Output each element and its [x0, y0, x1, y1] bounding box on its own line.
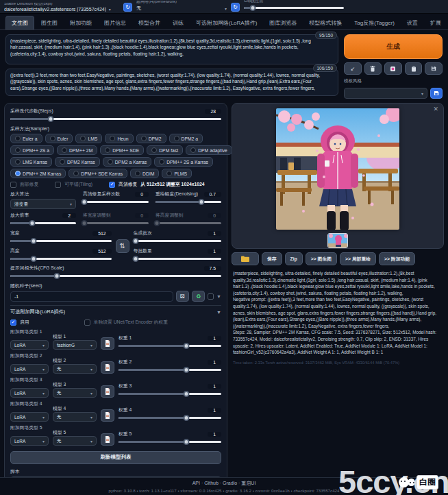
slider-knob[interactable]: [133, 238, 139, 244]
upscaler-dropdown[interactable]: 潜变量 ▾: [10, 199, 76, 209]
refresh-checkpoint-button[interactable]: ↻: [123, 3, 132, 12]
steps-value[interactable]: 28: [205, 109, 221, 114]
denoise-slider[interactable]: [155, 198, 221, 206]
sampler-option[interactable]: DPM++ SDE Karras: [69, 169, 127, 178]
tab-image-browser[interactable]: 图库浏览器: [264, 16, 302, 29]
tab-png-info[interactable]: 图片信息: [99, 16, 132, 29]
lora-model-info-button[interactable]: [101, 385, 114, 398]
height-slider[interactable]: [10, 255, 112, 263]
slider-knob[interactable]: [133, 256, 139, 262]
lora-weight-slider[interactable]: [119, 414, 221, 422]
steps-slider[interactable]: [10, 115, 221, 123]
sampler-option[interactable]: DPM++ SDE: [100, 145, 144, 155]
cfg-slider[interactable]: [10, 272, 221, 280]
slider-knob[interactable]: [29, 220, 35, 226]
lora-weight-slider[interactable]: [119, 390, 221, 398]
send-to-img2img-button[interactable]: >> 图生图: [306, 252, 337, 265]
seed-input[interactable]: [10, 291, 173, 302]
sampler-option[interactable]: LMS Karras: [10, 157, 52, 167]
tab-train[interactable]: 训练: [167, 16, 189, 29]
lora-weight-slider[interactable]: [119, 366, 221, 374]
lora-model-info-button[interactable]: [101, 337, 114, 350]
refresh-hypernet-button[interactable]: ↻: [231, 3, 240, 12]
upscale-by-slider[interactable]: [10, 219, 76, 227]
lora-weight-value[interactable]: 1: [208, 408, 221, 413]
clear-prompt-button[interactable]: [364, 62, 382, 75]
generated-image[interactable]: [276, 108, 399, 230]
send-to-extras-button[interactable]: >> 附加功能: [379, 252, 415, 265]
slider-knob[interactable]: [184, 415, 190, 421]
sampler-option[interactable]: DPM2 a: [169, 134, 203, 143]
sampler-option[interactable]: DDIM: [130, 169, 159, 178]
sampler-option[interactable]: DPM++ 2S a: [10, 145, 54, 155]
refresh-models-button[interactable]: 刷新模型列表: [10, 451, 221, 464]
denoise-value[interactable]: 0.7: [204, 192, 221, 197]
sampler-option[interactable]: DPM2 Karras: [55, 157, 100, 167]
lora-weight-value[interactable]: 1: [208, 432, 221, 437]
sampler-option[interactable]: DPM++ 2M: [57, 145, 97, 155]
sampler-option[interactable]: Euler: [45, 134, 73, 143]
send-to-inpaint-button[interactable]: >> 局部重绘: [340, 252, 376, 265]
tiling-checkbox[interactable]: [55, 182, 61, 188]
paste-params-button[interactable]: ↙: [344, 62, 362, 75]
lora-type-dropdown[interactable]: LoRA▾: [10, 436, 49, 446]
lora-model-dropdown[interactable]: fashionG▾: [53, 340, 97, 350]
slider-knob[interactable]: [47, 116, 53, 122]
github-link[interactable]: Github: [204, 481, 219, 485]
cfg-value[interactable]: 7.5: [204, 266, 221, 271]
slider-knob[interactable]: [199, 199, 205, 205]
lora-model-info-button[interactable]: [101, 409, 114, 422]
lora-accordion-header[interactable]: 可选附加网络(LoRA插件) ▼: [10, 305, 221, 317]
hires-checkbox[interactable]: ✓: [109, 182, 115, 188]
apply-style-button[interactable]: [405, 62, 423, 75]
sampler-option[interactable]: PLMS: [162, 169, 192, 178]
checkpoint-dropdown[interactable]: dalceforealistictallyv2.safetensors [733…: [4, 7, 119, 12]
tab-model-converter[interactable]: 模型格式转换: [303, 16, 347, 29]
sampler-option[interactable]: LMS: [75, 134, 102, 143]
tab-additional-networks[interactable]: 可选附加网络(LoRA插件): [190, 16, 262, 29]
negative-prompt-input[interactable]: ((extra feet)),3 feet,more than two feet…: [5, 69, 338, 96]
slider-knob[interactable]: [53, 273, 60, 279]
separate-weights-checkbox[interactable]: [84, 319, 90, 326]
lora-type-dropdown[interactable]: LoRA▾: [10, 412, 49, 422]
batch-count-value[interactable]: 1: [208, 231, 221, 236]
gradio-link[interactable]: Gradio: [223, 481, 237, 485]
tab-extras[interactable]: 附加功能: [64, 16, 97, 29]
style-dropdown[interactable]: ▾: [344, 88, 427, 99]
width-slider[interactable]: [10, 237, 112, 245]
positive-prompt-input[interactable]: (masterpiece, sidelighting, ultra-detail…: [5, 34, 338, 64]
sampler-option[interactable]: DPM2 a Karras: [103, 157, 151, 167]
sampler-option[interactable]: DPM2: [136, 134, 166, 143]
sampler-option[interactable]: Heun: [105, 134, 133, 143]
refresh-styles-button[interactable]: [430, 88, 443, 99]
lora-model-dropdown[interactable]: 无▾: [53, 412, 97, 422]
slider-knob[interactable]: [184, 391, 190, 397]
lora-model-info-button[interactable]: [101, 433, 114, 446]
lora-type-dropdown[interactable]: LoRA▾: [10, 340, 49, 350]
save-style-button[interactable]: [425, 62, 443, 75]
lora-type-dropdown[interactable]: LoRA▾: [10, 388, 49, 398]
batch-size-value[interactable]: 1: [208, 249, 221, 254]
save-button[interactable]: 保存: [262, 252, 282, 265]
sampler-option[interactable]: Euler a: [10, 134, 42, 143]
open-folder-button[interactable]: [232, 252, 259, 265]
slider-knob[interactable]: [184, 439, 190, 445]
face-restore-checkbox[interactable]: [10, 182, 16, 188]
zip-button[interactable]: Zip: [285, 252, 303, 265]
tab-txt2img[interactable]: 文生图: [5, 16, 34, 29]
slider-knob[interactable]: [250, 5, 256, 11]
hires-steps-value[interactable]: 0: [135, 192, 149, 197]
close-icon[interactable]: ✕: [433, 106, 438, 112]
sampler-option[interactable]: DPM adaptive: [186, 145, 232, 155]
height-value[interactable]: 512: [92, 249, 111, 254]
lora-weight-slider[interactable]: [119, 342, 221, 350]
clip-skip-slider[interactable]: [244, 4, 344, 12]
lora-weight-value[interactable]: 1: [208, 336, 221, 341]
slider-knob[interactable]: [184, 367, 190, 373]
lora-model-dropdown[interactable]: 无▾: [53, 364, 97, 374]
lora-model-info-button[interactable]: [101, 361, 114, 374]
generate-button[interactable]: 生成: [344, 34, 443, 59]
lora-type-dropdown[interactable]: LoRA▾: [10, 364, 49, 374]
sampler-option[interactable]: DPM fast: [147, 145, 183, 155]
lora-model-dropdown[interactable]: 无▾: [53, 436, 97, 446]
